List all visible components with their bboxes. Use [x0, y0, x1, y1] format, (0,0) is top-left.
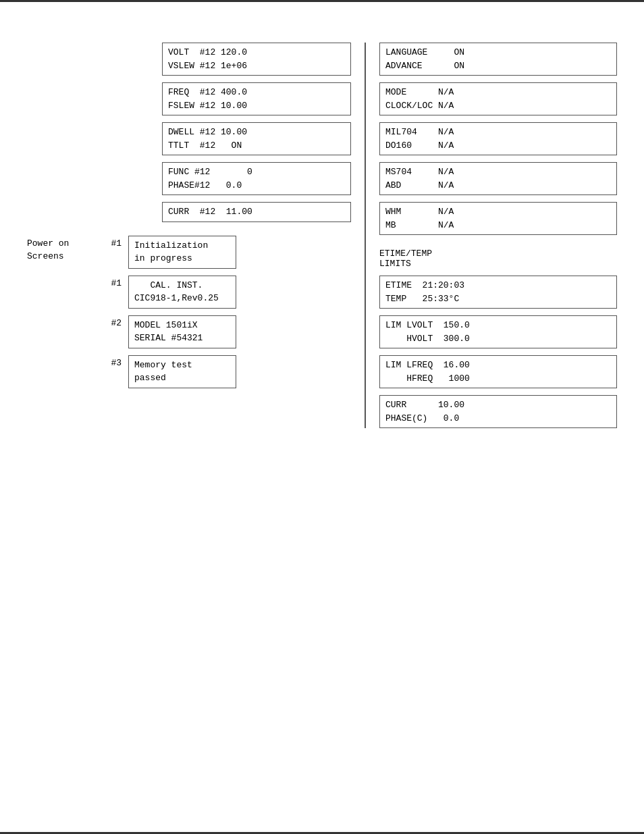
- fslew-line: FSLEW #12 10.00: [168, 99, 345, 113]
- power-on-item-3: #3 Memory test passed: [101, 355, 351, 388]
- curr-phase-box: CURR 10.00 PHASE(C) 0.0: [379, 395, 617, 428]
- power-on-text: Power on: [27, 237, 101, 251]
- screens-text: Screens: [27, 250, 101, 263]
- freq-line: FREQ #12 400.0: [168, 86, 345, 99]
- etime-label-row: ETIME/TEMP LIMITS: [379, 249, 617, 269]
- curr-box: CURR #12 11.00: [162, 202, 351, 222]
- temp-line: TEMP 25:33°C: [385, 292, 611, 306]
- item-number-3: #3: [101, 355, 122, 368]
- abd-line: ABD N/A: [385, 179, 611, 192]
- right-column: LANGUAGE ON ADVANCE ON MODE N/A CLOCK/LO…: [379, 43, 617, 428]
- hvolt-line: HVOLT 300.0: [385, 332, 611, 346]
- ms704-abd-box: MS704 N/A ABD N/A: [379, 162, 617, 195]
- hfreq-line: HFREQ 1000: [385, 372, 611, 386]
- language-line: LANGUAGE ON: [385, 46, 611, 59]
- mode-line: MODE N/A: [385, 86, 611, 99]
- advance-line: ADVANCE ON: [385, 59, 611, 73]
- freq-fslew-box: FREQ #12 400.0 FSLEW #12 10.00: [162, 82, 351, 115]
- etime-temp-box: ETIME 21:20:03 TEMP 25:33°C: [379, 276, 617, 309]
- phase-line: PHASE#12 0.0: [168, 179, 345, 192]
- mil704-line: MIL704 N/A: [385, 126, 611, 139]
- volt-vslew-box: VOLT #12 120.0 VSLEW #12 1e+06: [162, 43, 351, 76]
- left-top-section: VOLT #12 120.0 VSLEW #12 1e+06 FREQ #12 …: [162, 43, 351, 222]
- cal-line2: CIC918-1,Rev0.25: [134, 292, 230, 305]
- cal-line1: CAL. INST.: [134, 279, 230, 292]
- power-on-section: Power on Screens #1 Initialization in pr…: [27, 236, 351, 388]
- right-col-inner: LANGUAGE ON ADVANCE ON MODE N/A CLOCK/LO…: [379, 43, 617, 428]
- item-number-1b: #1: [101, 276, 122, 288]
- vslew-line: VSLEW #12 1e+06: [168, 59, 345, 73]
- volt-line: VOLT #12 120.0: [168, 46, 345, 59]
- power-on-item-1b: #1 CAL. INST. CIC918-1,Rev0.25: [101, 276, 351, 309]
- ttlt-line: TTLT #12 ON: [168, 139, 345, 153]
- left-column: VOLT #12 120.0 VSLEW #12 1e+06 FREQ #12 …: [27, 43, 351, 428]
- model-line1: MODEL 1501iX: [134, 319, 230, 332]
- func-line: FUNC #12 0: [168, 165, 345, 179]
- init-line2: in progress: [134, 252, 230, 265]
- vertical-divider: [365, 43, 366, 428]
- lim-volt-box: LIM LVOLT 150.0 HVOLT 300.0: [379, 315, 617, 348]
- mil-do-box: MIL704 N/A DO160 N/A: [379, 122, 617, 155]
- memory-line1: Memory test: [134, 359, 230, 372]
- cal-box: CAL. INST. CIC918-1,Rev0.25: [128, 276, 236, 309]
- language-advance-box: LANGUAGE ON ADVANCE ON: [379, 43, 617, 76]
- curr-right-line: CURR 10.00: [385, 398, 611, 412]
- mode-clock-box: MODE N/A CLOCK/LOC N/A: [379, 82, 617, 115]
- page: VOLT #12 120.0 VSLEW #12 1e+06 FREQ #12 …: [0, 0, 644, 834]
- whm-mb-box: WHM N/A MB N/A: [379, 202, 617, 235]
- power-on-item-1a: #1 Initialization in progress: [101, 236, 351, 269]
- ms704-line: MS704 N/A: [385, 165, 611, 179]
- right-boxes: ETIME 21:20:03 TEMP 25:33°C LIM LVOLT 15…: [379, 276, 617, 428]
- model-line2: SERIAL #54321: [134, 332, 230, 345]
- power-on-items: #1 Initialization in progress #1 CAL. IN…: [101, 236, 351, 388]
- etime-line: ETIME 21:20:03: [385, 279, 611, 292]
- memory-line2: passed: [134, 371, 230, 385]
- etime-section: ETIME/TEMP LIMITS ETIME 21:20:03 TEMP 25…: [379, 249, 617, 428]
- init-line1: Initialization: [134, 239, 230, 253]
- curr-line: CURR #12 11.00: [168, 205, 345, 219]
- whm-line: WHM N/A: [385, 205, 611, 219]
- etime-temp-label: ETIME/TEMP LIMITS: [379, 249, 432, 269]
- dwell-line: DWELL #12 10.00: [168, 126, 345, 139]
- lim-freq-box: LIM LFREQ 16.00 HFREQ 1000: [379, 355, 617, 388]
- dwell-ttlt-box: DWELL #12 10.00 TTLT #12 ON: [162, 122, 351, 155]
- main-content: VOLT #12 120.0 VSLEW #12 1e+06 FREQ #12 …: [0, 2, 644, 469]
- item-number-1a: #1: [101, 236, 122, 249]
- power-on-item-2: #2 MODEL 1501iX SERIAL #54321: [101, 315, 351, 348]
- memory-box: Memory test passed: [128, 355, 236, 388]
- clock-line: CLOCK/LOC N/A: [385, 99, 611, 113]
- item-number-2: #2: [101, 315, 122, 328]
- init-box: Initialization in progress: [128, 236, 236, 269]
- columns-wrapper: VOLT #12 120.0 VSLEW #12 1e+06 FREQ #12 …: [27, 43, 617, 428]
- right-top-boxes: LANGUAGE ON ADVANCE ON MODE N/A CLOCK/LO…: [379, 43, 617, 235]
- do160-line: DO160 N/A: [385, 139, 611, 153]
- phase-right-line: PHASE(C) 0.0: [385, 412, 611, 425]
- mb-line: MB N/A: [385, 219, 611, 232]
- func-phase-box: FUNC #12 0 PHASE#12 0.0: [162, 162, 351, 195]
- lim-lfreq-line: LIM LFREQ 16.00: [385, 359, 611, 372]
- model-box: MODEL 1501iX SERIAL #54321: [128, 315, 236, 348]
- power-on-label: Power on Screens: [27, 236, 101, 388]
- lim-lvolt-line: LIM LVOLT 150.0: [385, 319, 611, 332]
